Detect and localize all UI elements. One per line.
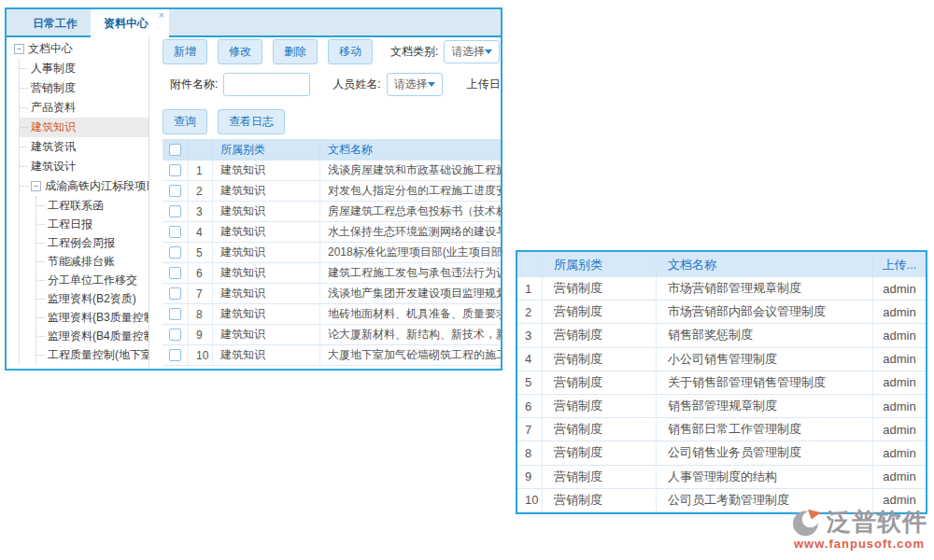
row-checkbox[interactable] [169,329,181,341]
row-checkbox[interactable] [169,205,181,217]
table-row[interactable]: 9 营销制度 人事管理制度的结构 admin [517,466,926,489]
cell-category: 建筑知识 [213,243,320,262]
table-row[interactable]: 8 营销制度 公司销售业务员管理制度 admin [517,441,926,465]
close-icon[interactable]: × [159,10,164,21]
tree-item[interactable]: 节能减排台账 [36,252,149,271]
tab-data-center-label: 资料中心 [104,17,149,30]
row-checkbox[interactable] [169,226,181,238]
tree-item-selected[interactable]: 建筑知识 [20,118,149,137]
marketing-docs-table: 所属别类 文档名称 上传... 1 营销制度 市场营销部管理规章制度 admin… [516,250,927,514]
header-doc-name: 文档名称 [320,139,501,161]
document-table-header: 所属别类 文档名称 [163,139,501,161]
table-row[interactable]: 7 营销制度 销售部日常工作管理制度 admin [517,418,926,441]
edit-button[interactable]: 修改 [218,39,262,64]
query-button[interactable]: 查询 [163,109,207,134]
toolbar-row: 新增 修改 删除 移动 文档类别: 请选择 文档名称 [163,39,501,63]
cell-category: 营销制度 [543,277,657,300]
table-row[interactable]: 3 建筑知识 房屋建筑工程总承包投标书（技术标）... [163,202,501,222]
table-row[interactable]: 10 建筑知识 大厦地下室加气砼墙砌筑工程的施工方... [163,345,501,366]
table-row[interactable]: 1 营销制度 市场营销部管理规章制度 admin [517,277,926,301]
marketing-table-header: 所属别类 文档名称 上传... [517,252,926,277]
tree-item[interactable]: 工程质量控制(地下室) [36,345,149,364]
cell-doc-name: 销售部日常工作管理制度 [657,418,873,441]
collapse-icon[interactable]: − [31,181,41,191]
cell-doc-name: 销售部奖惩制度 [657,324,873,346]
move-button[interactable]: 移动 [328,39,373,64]
person-name-value: 请选择 [394,77,428,92]
table-row[interactable]: 5 建筑知识 2018标准化监理项目部(业主项目部)人员... [163,243,501,263]
cell-row-number: 3 [189,202,213,221]
select-all-checkbox[interactable] [169,144,181,156]
delete-button[interactable]: 删除 [273,39,318,64]
cell-row-number: 5 [517,371,543,394]
tree-root-doc-center[interactable]: − 文档中心 [14,39,149,59]
row-checkbox[interactable] [169,246,181,259]
cell-row-number: 1 [517,277,543,300]
cell-category: 建筑知识 [213,325,320,344]
table-row[interactable]: 5 营销制度 关于销售部管理销售管理制度 admin [517,371,926,395]
cell-category: 营销制度 [543,324,657,346]
header-row-number [189,139,213,161]
cell-uploader: admin [873,466,926,488]
document-center-panel: 日常工作 资料中心 × − 文档中心 人事制度 [5,7,502,371]
collapse-icon[interactable]: − [14,44,24,54]
tree-item-selected-label: 建筑知识 [31,118,76,137]
tree-item[interactable]: 建筑资讯 [20,137,149,157]
table-row[interactable]: 7 建筑知识 浅谈地产集团开发建设项目监理规划编... [163,284,501,304]
table-row[interactable]: 9 建筑知识 论大厦新材料、新结构、新技术，新工... [163,325,501,345]
table-row[interactable]: 1 建筑知识 浅谈房屋建筑和市政基础设施工程施工... [163,161,501,181]
tree-item[interactable]: 工程例会周报 [36,233,149,252]
view-log-button[interactable]: 查看日志 [218,109,285,134]
cell-row-number: 9 [517,466,543,488]
doc-category-label: 文档类别: [390,44,438,60]
tree-item[interactable]: 建筑设计 [20,157,149,176]
tab-data-center[interactable]: 资料中心 × [91,9,169,37]
cell-row-number: 4 [189,222,213,242]
table-row[interactable]: 6 营销制度 销售部管理规章制度 admin [517,395,926,418]
cell-category: 营销制度 [543,418,657,441]
row-checkbox[interactable] [169,267,181,279]
tab-daily-work[interactable]: 日常工作 [20,9,91,35]
person-name-select[interactable]: 请选择 [387,73,443,96]
brand-name: 泛普软件 [827,506,927,539]
tree-item[interactable]: 分工单位工作移交 [36,271,149,289]
row-checkbox[interactable] [169,308,181,320]
tree-item[interactable]: 人事制度 [20,59,149,78]
add-button[interactable]: 新增 [163,39,207,64]
upload-date-label: 上传日期 [467,77,501,92]
cell-category: 建筑知识 [213,161,320,180]
table-row[interactable]: 2 建筑知识 对发包人指定分包的工程施工进度安排... [163,181,501,202]
row-checkbox[interactable] [169,164,181,176]
cell-row-number: 10 [517,489,543,511]
table-row[interactable]: 4 营销制度 小公司销售管理制度 admin [517,348,926,371]
attachment-name-input[interactable] [223,73,310,96]
tree-item[interactable]: 监理资料(B3质量控制) [36,308,149,327]
table-row[interactable]: 6 建筑知识 建筑工程施工发包与承包违法行为认定... [163,263,501,284]
tree-item[interactable]: 营销制度 [20,78,149,98]
table-row[interactable]: 2 营销制度 市场营销部内部会议管理制度 admin [517,301,926,324]
cell-doc-name: 关于销售部管理销售管理制度 [657,371,873,394]
cell-row-number: 10 [189,345,213,365]
table-row[interactable]: 8 建筑知识 地砖地面材料、机具准备、质量要求及... [163,304,501,325]
tree-item[interactable]: 工程联系函 [36,196,149,215]
attachment-name-label: 附件名称: [170,77,218,92]
tree-node-project[interactable]: − 成渝高铁内江标段项目 [20,176,149,196]
doc-category-select[interactable]: 请选择 [444,40,500,63]
table-row[interactable]: 4 建筑知识 水土保持生态环境监测网络的建设与资... [163,222,501,243]
tree-item[interactable]: 监理资料(B2资质) [36,289,149,308]
cell-uploader: admin [873,441,926,464]
header-category: 所属别类 [213,139,320,161]
row-checkbox[interactable] [169,349,181,361]
tree-item[interactable]: 监理资料(B4质量控制) [36,327,149,345]
cell-doc-name: 浅谈地产集团开发建设项目监理规划编... [320,284,501,303]
cell-row-number: 3 [517,324,543,346]
chevron-down-icon [428,82,435,87]
table-row[interactable]: 3 营销制度 销售部奖惩制度 admin [517,324,926,347]
row-checkbox[interactable] [169,287,181,300]
category-tree: − 文档中心 人事制度 营销制度 产品资料 建筑知识 [7,37,149,367]
screen: 日常工作 资料中心 × − 文档中心 人事制度 [0,0,934,560]
tree-item[interactable]: 工程日报 [36,215,149,233]
row-checkbox[interactable] [169,185,181,197]
tree-item[interactable]: 产品资料 [20,98,149,118]
action-row: 查询 查看日志 [163,109,501,133]
